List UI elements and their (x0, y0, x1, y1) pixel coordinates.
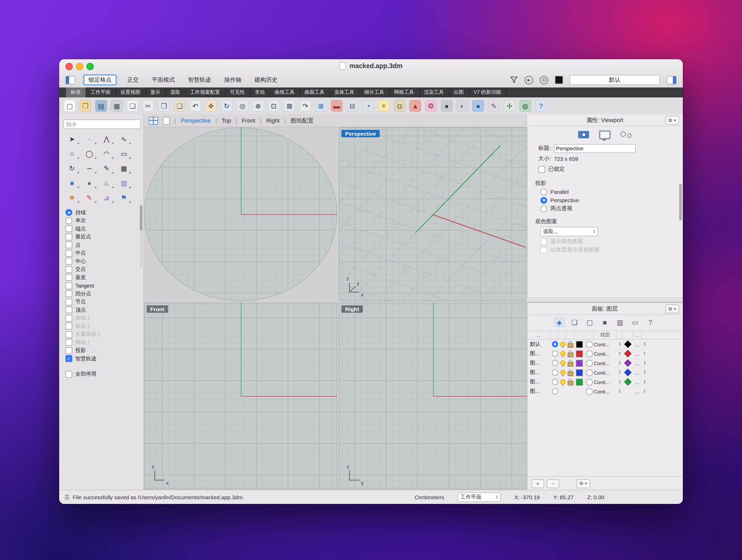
cut-icon[interactable]: ✂ (143, 100, 154, 112)
rectangle-tool-icon[interactable]: ▭ (115, 147, 132, 160)
render-icon[interactable]: ▲ (410, 100, 421, 112)
row-stepper-icon[interactable]: ▲▼ (644, 351, 646, 356)
lighting-icon[interactable]: ☀ (378, 100, 389, 112)
layer-linetype[interactable]: Conti... (594, 341, 617, 347)
osnap-disable-all-row[interactable]: 全部停用 (65, 370, 144, 378)
four-viewport-layout-icon[interactable] (149, 116, 158, 124)
checkbox-icon[interactable] (65, 283, 72, 289)
layer-print-color-diamond[interactable] (624, 378, 632, 386)
osnap-check-row[interactable]: 端点 (65, 225, 144, 233)
checkbox-icon[interactable] (65, 266, 72, 273)
radio-icon[interactable] (65, 217, 72, 224)
layer-current-radio[interactable] (552, 341, 558, 347)
zoom-target-icon[interactable]: ⊕ (252, 100, 264, 112)
osnap-radio-row[interactable]: 持续 (65, 208, 144, 217)
layer-current-radio[interactable] (552, 360, 558, 366)
linetype-stepper-icon[interactable]: ▲▼ (619, 389, 621, 394)
viewport-label[interactable]: Top (147, 130, 164, 137)
save-icon[interactable]: ▤ (95, 100, 107, 112)
layer-lock-icon[interactable] (568, 380, 573, 385)
checkbox-icon[interactable] (65, 339, 72, 346)
layer-visibility-bulb-icon[interactable] (560, 360, 565, 366)
viewport-label[interactable]: Right (341, 305, 363, 313)
target-circle-icon[interactable] (540, 76, 548, 84)
puzzle-tool-icon[interactable]: ❖ (63, 191, 81, 204)
osnap-check-row[interactable]: 投影 (65, 347, 144, 355)
layer-linetype[interactable]: Conti... (594, 360, 617, 366)
point-tool-icon[interactable]: ∙ (81, 132, 98, 146)
zoom-window-icon[interactable]: ⊡ (268, 100, 280, 112)
named-views-car-icon[interactable]: ▬ (331, 100, 342, 112)
toolbar-tab[interactable]: 曲线工具 (270, 88, 300, 97)
cube-icon[interactable]: ■ (599, 317, 610, 327)
earth-icon[interactable]: ◍ (520, 100, 531, 112)
linetype-stepper-icon[interactable]: ▲▼ (619, 379, 621, 384)
select-tool-icon[interactable]: ➤ (63, 132, 81, 146)
hammer-tool-icon[interactable]: ⊿ (98, 191, 115, 204)
layer-linetype[interactable]: Conti... (594, 351, 617, 356)
display-icon[interactable]: ▭ (630, 317, 640, 327)
patch-tool-icon[interactable]: ▦ (115, 161, 132, 175)
viewport-tab-front[interactable]: Front (242, 117, 255, 123)
right-sidebar-toggle[interactable] (667, 76, 677, 84)
toolbar-tab[interactable]: 选取 (165, 88, 186, 97)
checkbox-icon[interactable] (65, 274, 72, 281)
osnap-check-row[interactable]: Tangent (65, 282, 144, 290)
toolbar-tab[interactable]: 曲面工具 (300, 88, 330, 97)
checkbox-icon[interactable] (540, 247, 547, 253)
radio-icon[interactable] (65, 209, 72, 216)
osnap-check-row[interactable]: 垂直 (65, 273, 144, 282)
layer-more[interactable]: ... (633, 369, 641, 375)
toolbar-tab[interactable]: 标准 (66, 88, 86, 97)
layer-row[interactable]: 图... Conti... ▲▼ ... ▲▼ (527, 377, 683, 387)
layer-color-swatch[interactable] (576, 341, 583, 348)
row-stepper-icon[interactable]: ▲▼ (644, 370, 646, 375)
layer-name[interactable]: 图... (527, 350, 551, 357)
viewport-perspective[interactable]: Perspective z x y (339, 127, 527, 301)
radio-icon[interactable] (540, 197, 547, 204)
projection-option[interactable]: 两点透视 (527, 204, 683, 213)
layer-linetype[interactable]: Conti... (594, 369, 617, 375)
layer-visibility-bulb-icon[interactable] (560, 342, 565, 347)
viewport-tab-right[interactable]: Right (266, 117, 280, 123)
pan-hand-icon[interactable]: ✥ (205, 100, 217, 112)
duplicate-icon[interactable]: ❏ (127, 100, 138, 112)
checkbox-icon[interactable] (65, 234, 72, 241)
layer-material-circle[interactable] (586, 360, 592, 366)
osnap-check-row[interactable]: 曲线上 (65, 314, 144, 322)
layer-row[interactable]: 图... Conti... ▲▼ ... ▲▼ (527, 358, 683, 368)
osnap-check-row[interactable]: 多重曲面上 (65, 330, 144, 339)
viewport-layout-icon[interactable]: ⊞ (315, 100, 327, 112)
layer-material-circle[interactable] (586, 369, 592, 376)
lock-icon[interactable]: ◘ (394, 100, 405, 112)
layer-more[interactable]: ... (633, 351, 641, 356)
toolbar-tab[interactable]: 网格工具 (389, 88, 419, 97)
ghosted-viewport-icon[interactable]: ◐ (457, 100, 468, 112)
spiral-tool-icon[interactable]: ∽ (81, 161, 98, 175)
checkbox-icon[interactable] (65, 347, 72, 354)
locked-checkbox[interactable] (538, 166, 545, 172)
checkbox-icon[interactable] (540, 238, 547, 245)
curve-tool-icon[interactable]: ∿ (115, 132, 132, 146)
linetype-stepper-icon[interactable]: ▲▼ (619, 361, 621, 365)
linetype-stepper-icon[interactable]: ▲▼ (619, 370, 621, 375)
osnap-check-row[interactable]: 中点 (65, 249, 144, 257)
checkbox-icon[interactable] (65, 307, 72, 313)
circle-tool-icon[interactable]: ○ (63, 147, 81, 160)
osnap-check-row[interactable]: 交点 (65, 265, 144, 273)
display-preset-field[interactable]: 默认 (570, 75, 660, 85)
layer-more[interactable]: ... (633, 389, 641, 394)
redo-view-icon[interactable]: ↷ (300, 100, 311, 112)
osnap-check-row[interactable]: 点 (65, 241, 144, 249)
record-icon[interactable]: ▶ (525, 76, 533, 84)
toolbar-tab[interactable]: 实体工具 (330, 88, 360, 97)
help-icon[interactable]: ? (645, 317, 655, 327)
osnap-check-row[interactable]: 智慧轨迹 (65, 355, 144, 363)
radio-icon[interactable] (540, 188, 547, 195)
toolbar-tab[interactable]: V7 的新功能 (469, 88, 507, 97)
linetype-stepper-icon[interactable]: ▲▼ (619, 351, 621, 356)
viewport-title-input[interactable] (554, 144, 636, 153)
layer-lock-icon[interactable] (568, 362, 573, 366)
layer-lock-icon[interactable] (568, 371, 573, 376)
checkbox-icon[interactable] (65, 315, 72, 322)
